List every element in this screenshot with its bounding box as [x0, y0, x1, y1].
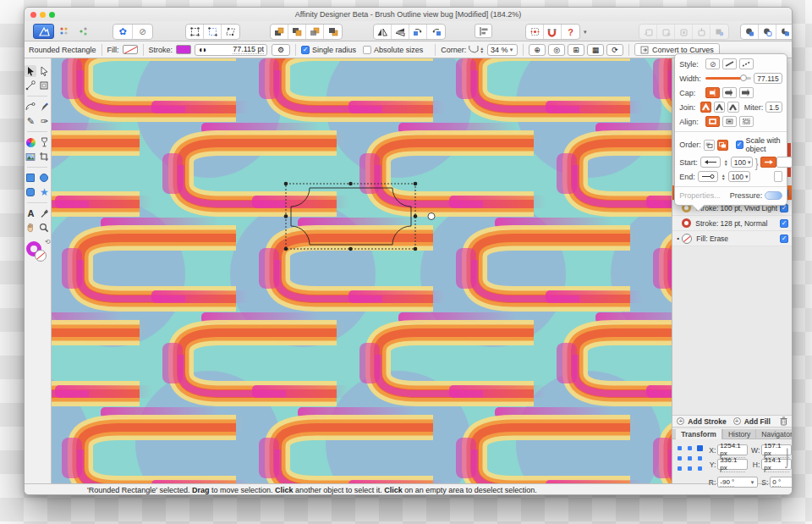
shear-field[interactable]: 0 °▾	[770, 477, 793, 488]
cap-butt-button[interactable]	[705, 87, 720, 98]
insert-over-button[interactable]	[657, 25, 675, 39]
anchor-point-selector[interactable]	[678, 446, 703, 472]
snap-candidates-button[interactable]: ▦	[587, 44, 604, 56]
swap-colors-icon[interactable]: ⟲	[45, 238, 51, 245]
rounded-rectangle-tool[interactable]	[25, 186, 36, 198]
stroke-swatch-icon[interactable]	[682, 218, 691, 228]
color-picker-tool[interactable]	[38, 207, 50, 219]
snapping-caret-icon[interactable]: ▾	[582, 29, 589, 36]
fill-gradient-tool[interactable]	[25, 136, 36, 148]
snap-grid-button[interactable]	[526, 25, 544, 39]
transparency-tool[interactable]	[38, 136, 50, 148]
appearance-row[interactable]: Stroke: 128 pt, Normal ✓	[672, 216, 792, 231]
corner-stepper[interactable]: ▲▼	[480, 47, 484, 53]
start-size-field[interactable]: 100▾	[731, 157, 753, 168]
trash-icon[interactable]	[780, 416, 787, 426]
end-arrow-stepper[interactable]: ▲▼	[721, 174, 726, 180]
link-start-end-icon[interactable]: }	[755, 155, 759, 169]
canvas[interactable]	[52, 58, 672, 483]
designer-persona-button[interactable]	[33, 24, 54, 39]
align-inside-button[interactable]	[722, 116, 737, 127]
tab-history[interactable]: History	[722, 429, 755, 439]
boolean-divide-button[interactable]	[776, 25, 793, 39]
style-none-button[interactable]: ⊘	[705, 58, 720, 69]
corner-tool[interactable]	[25, 101, 36, 113]
rectangle-tool[interactable]	[25, 172, 36, 184]
x-field[interactable]: 1254.1 px	[717, 444, 748, 455]
stroke-settings-button[interactable]: ⚙	[272, 44, 290, 56]
end-size-field[interactable]: 100▾	[728, 171, 750, 182]
style-dashed-button[interactable]	[739, 58, 754, 69]
node-tool[interactable]	[38, 65, 50, 77]
join-miter-button[interactable]	[700, 102, 711, 113]
scale-with-object-checkbox[interactable]: ✓	[736, 141, 743, 149]
stroke-width-value[interactable]: 77.115 pt	[233, 45, 264, 54]
crop-tool[interactable]	[38, 151, 50, 163]
insert-top-button[interactable]	[693, 25, 710, 39]
width-slider-knob[interactable]	[740, 74, 747, 81]
end-arrow-select[interactable]	[698, 171, 718, 182]
join-round-button[interactable]	[714, 102, 725, 113]
rotation-field[interactable]: -90 °▾	[717, 477, 758, 488]
cap-square-button[interactable]	[739, 87, 754, 98]
contour-tool[interactable]	[38, 80, 50, 91]
join-bevel-button[interactable]	[727, 102, 738, 113]
appearance-row[interactable]: • Fill: Erase ✓	[672, 231, 792, 246]
style-solid-button[interactable]	[722, 58, 737, 69]
fill-swatch[interactable]	[123, 45, 138, 54]
start-arrow-select[interactable]	[700, 157, 721, 168]
flip-vertical-button[interactable]	[392, 25, 409, 39]
flip-horizontal-button[interactable]	[374, 25, 392, 39]
zoom-tool[interactable]	[38, 222, 50, 234]
order-behind-button[interactable]	[704, 140, 715, 151]
align-outside-button[interactable]	[739, 116, 754, 127]
add-fill-button[interactable]: Add Fill	[744, 417, 771, 426]
assistant-button[interactable]: ?	[562, 25, 579, 39]
move-to-front-button[interactable]	[271, 25, 288, 39]
miter-field[interactable]: 1.5	[765, 102, 782, 113]
transform-mode-button[interactable]	[186, 25, 204, 39]
pen-tool[interactable]	[38, 101, 50, 113]
cycle-selection-button[interactable]: ◎	[548, 44, 565, 56]
move-tool[interactable]	[25, 65, 36, 77]
rotate-cw-button[interactable]	[427, 25, 445, 39]
alignment-button[interactable]	[475, 24, 492, 38]
slice-button[interactable]: ⊘	[133, 25, 152, 39]
add-stroke-button[interactable]: Add Stroke	[688, 417, 726, 426]
tab-navigator[interactable]: Navigator	[755, 429, 793, 439]
stroke-fill-indicator[interactable]: ⟲	[26, 241, 48, 263]
insert-behind-button[interactable]	[639, 25, 657, 39]
corner-type-button[interactable]	[469, 44, 479, 55]
move-forward-button[interactable]	[288, 25, 306, 39]
transform-shear-button[interactable]	[222, 25, 239, 39]
stroke-color-swatch[interactable]	[176, 45, 191, 54]
tab-transform[interactable]: Transform	[676, 429, 722, 439]
reset-rotation-button[interactable]: ⟳	[606, 44, 623, 56]
move-backward-button[interactable]	[306, 25, 324, 39]
boolean-add-button[interactable]	[741, 25, 759, 39]
titlebar[interactable]: Affinity Designer Beta - Brush Outline v…	[25, 8, 792, 21]
point-transform-tool[interactable]	[25, 80, 36, 91]
star-tool[interactable]: ★	[38, 186, 50, 198]
corner-percent-field[interactable]: 34 %▾	[487, 44, 518, 56]
snap-options-button[interactable]: ⊞	[568, 44, 584, 56]
single-radius-checkbox[interactable]: ✓ Single radius	[301, 46, 356, 54]
insert-inside-button[interactable]	[675, 25, 693, 39]
order-front-button[interactable]	[717, 140, 728, 151]
fill-none-swatch-icon[interactable]	[682, 234, 692, 244]
y-field[interactable]: 336.1 px	[717, 459, 748, 470]
edit-all-layers-button[interactable]	[710, 25, 728, 39]
pressure-profile-button[interactable]	[765, 191, 782, 200]
move-to-back-button[interactable]	[324, 25, 342, 39]
place-image-tool[interactable]	[25, 151, 36, 163]
text-tool[interactable]: A	[25, 207, 36, 219]
snapping-magnet-button[interactable]	[544, 25, 562, 39]
end-empty-swatch[interactable]	[774, 171, 782, 182]
export-persona-button[interactable]	[75, 25, 93, 39]
start-arrow-stepper[interactable]: ▲▼	[724, 159, 728, 166]
transform-scale-button[interactable]	[204, 25, 222, 39]
start-fill-arrow-button[interactable]	[760, 157, 776, 168]
properties-button[interactable]: Properties...	[679, 191, 721, 200]
width-slider[interactable]	[705, 77, 751, 80]
view-tool[interactable]	[25, 222, 36, 234]
